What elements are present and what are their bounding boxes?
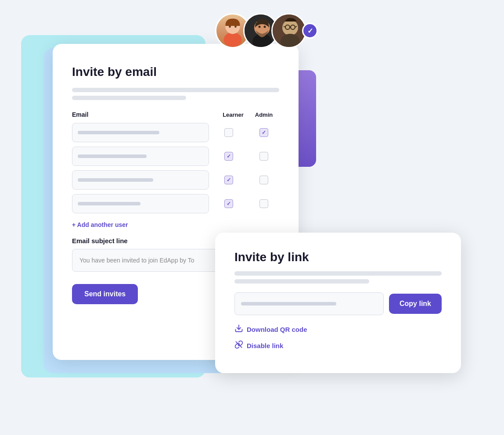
email-form: Email Learner Admin <box>72 111 279 213</box>
disable-link-label: Disable link <box>247 342 283 349</box>
learner-checkbox-4[interactable] <box>213 199 244 208</box>
checkbox-learner-3[interactable] <box>224 176 233 184</box>
checkbox-admin-1[interactable] <box>259 128 268 137</box>
admin-checkbox-2[interactable] <box>248 152 279 161</box>
admin-label: Admin <box>255 111 273 118</box>
download-qr-link[interactable]: Download QR code <box>234 324 442 335</box>
email-card-title: Invite by email <box>72 65 279 79</box>
admin-checkbox-1[interactable] <box>248 128 279 137</box>
table-row <box>72 123 279 142</box>
input-skeleton <box>78 131 159 134</box>
email-field-4[interactable] <box>72 194 209 213</box>
form-header: Email Learner Admin <box>72 111 279 119</box>
checkbox-learner-2[interactable] <box>224 152 233 161</box>
svg-point-11 <box>282 20 298 36</box>
input-skeleton <box>78 178 153 182</box>
avatar-group: ✓ <box>215 13 318 48</box>
avatar-man-glasses <box>271 13 306 48</box>
email-field-3[interactable] <box>72 170 209 190</box>
email-label: Email <box>72 111 88 118</box>
svg-point-4 <box>234 25 237 28</box>
checkbox-learner-4[interactable] <box>224 199 233 208</box>
download-icon <box>234 324 243 335</box>
link-skeleton-2 <box>234 279 369 284</box>
svg-point-1 <box>224 32 242 47</box>
admin-checkbox-3[interactable] <box>248 176 279 184</box>
send-invites-button[interactable]: Send invites <box>72 284 138 304</box>
disable-link-icon <box>234 340 243 351</box>
table-row <box>72 194 279 213</box>
table-row <box>72 170 279 190</box>
email-col-header: Email <box>72 111 218 119</box>
checkbox-learner-1[interactable] <box>224 128 233 137</box>
svg-point-3 <box>229 25 231 28</box>
copy-link-button[interactable]: Copy link <box>389 294 442 314</box>
email-field-1[interactable] <box>72 123 209 142</box>
learner-label: Learner <box>223 111 244 118</box>
subject-placeholder-text: You have been invited to join EdApp by T… <box>79 257 194 264</box>
learner-checkbox-2[interactable] <box>213 152 244 161</box>
table-row <box>72 147 279 166</box>
admin-col-header: Admin <box>248 111 279 118</box>
email-field-2[interactable] <box>72 147 209 166</box>
link-skeleton-wrap <box>234 271 442 284</box>
input-skeleton <box>78 202 140 205</box>
link-skeleton-1 <box>234 271 442 276</box>
add-another-user-link[interactable]: + Add another user <box>72 221 128 228</box>
input-skeleton <box>78 155 147 158</box>
link-input-skeleton <box>241 302 336 306</box>
skeleton-line-2 <box>72 96 186 100</box>
checkbox-admin-2[interactable] <box>259 152 268 161</box>
admin-checkbox-4[interactable] <box>248 199 279 208</box>
learner-checkbox-1[interactable] <box>213 128 244 137</box>
disable-link-link[interactable]: Disable link <box>234 340 442 351</box>
link-input-row: Copy link <box>234 292 442 315</box>
learner-col-header: Learner <box>218 111 248 118</box>
svg-point-9 <box>264 26 266 28</box>
link-input-field[interactable] <box>234 292 384 315</box>
download-qr-label: Download QR code <box>247 326 307 333</box>
svg-point-8 <box>259 26 261 28</box>
avatar-checkmark: ✓ <box>302 23 318 39</box>
checkbox-admin-3[interactable] <box>259 176 268 184</box>
checkbox-admin-4[interactable] <box>259 199 268 208</box>
skeleton-line-1 <box>72 88 279 92</box>
learner-checkbox-3[interactable] <box>213 176 244 184</box>
link-card-title: Invite by link <box>234 250 442 264</box>
invite-by-link-card: Invite by link Copy link Download QR cod… <box>215 233 461 373</box>
